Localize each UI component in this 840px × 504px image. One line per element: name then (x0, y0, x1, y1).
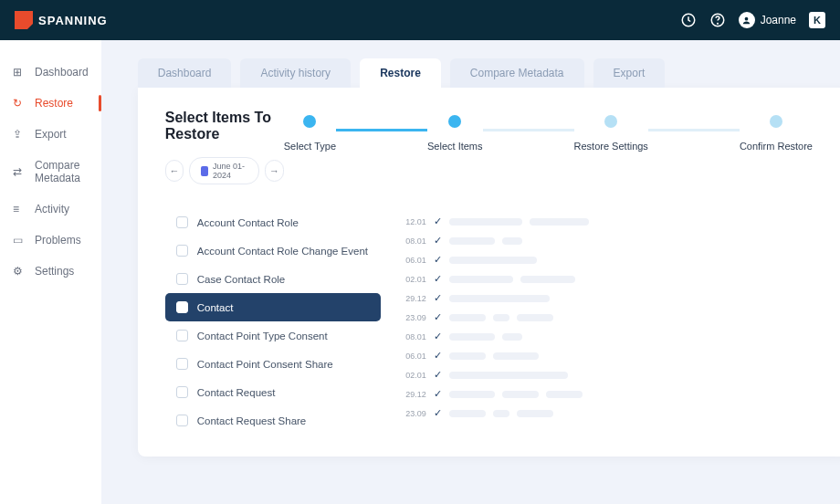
row-date: 29.12 (404, 294, 426, 303)
item-label: Contact Point Type Consent (197, 331, 328, 341)
help-icon[interactable] (709, 12, 726, 28)
next-date-button[interactable]: → (265, 160, 284, 182)
backup-row[interactable]: 08.01✓ (404, 231, 822, 250)
date-text: June 01-2024 (213, 162, 247, 180)
sidebar-item-settings[interactable]: ⚙Settings (0, 256, 101, 287)
clock-icon[interactable] (680, 12, 697, 28)
calendar-icon (201, 166, 208, 176)
sidebar-icon: ↻ (13, 97, 26, 110)
check-icon: ✓ (434, 388, 442, 400)
date-nav: ← June 01-2024 → (165, 157, 284, 184)
checkbox[interactable] (176, 273, 188, 285)
restore-item[interactable]: Account Contact Role (165, 208, 381, 236)
check-icon: ✓ (434, 369, 442, 381)
sidebar-item-label: Compare Metadata (35, 159, 89, 184)
check-icon: ✓ (434, 273, 442, 285)
sidebar-item-label: Dashboard (35, 66, 89, 79)
skeleton (517, 410, 553, 417)
sidebar-item-label: Problems (35, 234, 81, 247)
row-date: 23.09 (404, 409, 426, 418)
skeleton (502, 237, 522, 245)
check-icon: ✓ (434, 311, 442, 323)
row-date: 08.01 (404, 332, 426, 341)
step-1: Select Items (427, 115, 483, 152)
skeleton (449, 372, 568, 379)
backup-row[interactable]: 08.01✓ (404, 327, 822, 346)
row-date: 02.01 (404, 275, 426, 284)
checkbox[interactable] (176, 358, 188, 370)
check-icon: ✓ (434, 254, 442, 266)
step-dot-icon (770, 115, 782, 128)
sidebar-item-dashboard[interactable]: ⊞Dashboard (0, 57, 101, 88)
tab-dashboard[interactable]: Dashboard (138, 58, 232, 88)
restore-item[interactable]: Contact Request Share (165, 406, 381, 435)
tab-activity-history[interactable]: Activity history (240, 58, 351, 88)
checkbox[interactable] (176, 245, 188, 257)
sidebar-icon: ⇪ (13, 128, 26, 141)
backup-row[interactable]: 02.01✓ (404, 269, 822, 289)
header-actions: Joanne K (680, 12, 825, 28)
step-label: Select Type (284, 141, 336, 152)
backup-row[interactable]: 06.01✓ (404, 250, 822, 269)
item-label: Contact Point Consent Share (197, 359, 333, 370)
backup-row[interactable]: 29.12✓ (404, 289, 822, 308)
backup-row[interactable]: 06.01✓ (404, 346, 822, 365)
svg-point-2 (717, 23, 718, 24)
avatar-icon (739, 12, 755, 28)
brand-logo: SPANNING (15, 11, 108, 29)
restore-item[interactable]: Contact (165, 293, 381, 321)
restore-item[interactable]: Contact Request (165, 378, 381, 406)
sidebar-item-restore[interactable]: ↻Restore (0, 88, 101, 119)
backup-row[interactable]: 02.01✓ (404, 365, 822, 384)
sidebar-item-compare-metadata[interactable]: ⇄Compare Metadata (0, 150, 101, 194)
skeleton (449, 352, 486, 360)
item-label: Account Contact Role (197, 217, 299, 228)
step-connector (483, 129, 574, 131)
check-icon: ✓ (434, 350, 442, 362)
skeleton (530, 218, 589, 226)
row-date: 06.01 (404, 352, 426, 361)
checkbox[interactable] (176, 301, 188, 313)
skeleton (449, 237, 495, 245)
sidebar-icon: ▭ (13, 234, 26, 247)
restore-item[interactable]: Contact Point Consent Share (165, 350, 381, 378)
backup-row[interactable]: 23.09✓ (404, 308, 822, 327)
user-menu[interactable]: Joanne (739, 12, 796, 28)
restore-card: Select Items To Restore ← June 01-2024 →… (138, 88, 840, 457)
backup-row[interactable]: 29.12✓ (404, 384, 822, 404)
sidebar-item-label: Restore (35, 97, 73, 110)
checkbox[interactable] (176, 330, 188, 341)
item-label: Case Contact Role (197, 274, 286, 285)
row-date: 02.01 (404, 371, 426, 380)
skeleton (517, 314, 553, 321)
step-0: Select Type (284, 115, 336, 152)
checkbox[interactable] (176, 415, 188, 426)
restore-item[interactable]: Contact Point Type Consent (165, 321, 381, 350)
restore-item[interactable]: Account Contact Role Change Event (165, 236, 381, 265)
backup-row[interactable]: 12.01✓ (404, 212, 822, 231)
item-label: Contact Request (197, 387, 276, 398)
sidebar-item-activity[interactable]: ≡Activity (0, 194, 101, 225)
row-date: 12.01 (404, 217, 426, 226)
step-label: Restore Settings (574, 141, 648, 152)
skeleton (520, 276, 575, 283)
sidebar-item-problems[interactable]: ▭Problems (0, 225, 101, 256)
skeleton (493, 352, 539, 360)
step-dot-icon (604, 115, 617, 128)
tab-restore[interactable]: Restore (360, 58, 441, 88)
restore-item[interactable]: Case Contact Role (165, 265, 381, 293)
backup-row[interactable]: 23.09✓ (404, 404, 822, 423)
tab-compare-metadata[interactable]: Compare Metadata (450, 58, 584, 88)
sidebar-item-export[interactable]: ⇪Export (0, 119, 101, 150)
prev-date-button[interactable]: ← (165, 160, 184, 182)
date-picker[interactable]: June 01-2024 (189, 157, 259, 184)
k-badge[interactable]: K (809, 12, 825, 28)
checkbox[interactable] (176, 386, 188, 398)
step-label: Select Items (427, 141, 483, 152)
skeleton (493, 410, 509, 417)
skeleton (449, 391, 495, 398)
tab-export[interactable]: Export (593, 58, 666, 88)
checkbox[interactable] (176, 216, 188, 228)
sidebar-item-label: Export (35, 128, 67, 141)
check-icon: ✓ (434, 235, 442, 247)
